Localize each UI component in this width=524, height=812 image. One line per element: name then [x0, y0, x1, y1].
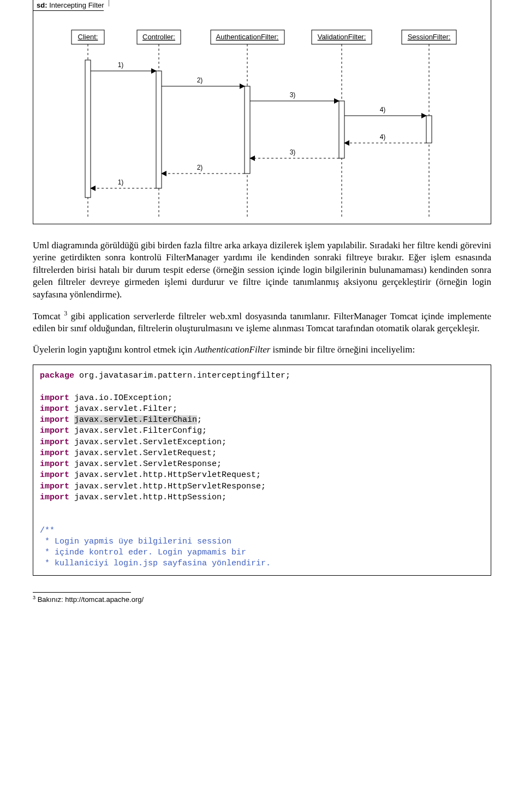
- sd-title-tab: sd: Intercepting Filter: [33, 0, 109, 11]
- activation-validationfilter: [339, 101, 344, 158]
- svg-text:SessionFilter:: SessionFilter:: [408, 33, 451, 41]
- activation-controller: [156, 71, 162, 188]
- activation-client: [85, 60, 91, 198]
- msg-2-forward: 2): [162, 76, 245, 86]
- svg-text:3): 3): [290, 91, 296, 99]
- msg-3-return: 3): [250, 148, 339, 158]
- msg-3-forward: 3): [250, 91, 339, 101]
- sd-title: Intercepting Filter: [49, 1, 104, 9]
- sequence-diagram-frame: sd: Intercepting Filter Client: Controll…: [33, 0, 491, 224]
- paragraph-3: Üyelerin login yaptığını kontrol etmek i…: [33, 344, 491, 356]
- activation-authfilter: [245, 86, 250, 174]
- footnote-separator: [33, 592, 131, 593]
- svg-text:Client:: Client:: [78, 33, 98, 41]
- msg-2-return: 2): [162, 164, 245, 174]
- msg-4-return: 4): [344, 133, 426, 143]
- activation-sessionfilter: [426, 116, 432, 143]
- code-listing: package org.javatasarim.pattern.intercep…: [33, 365, 491, 576]
- svg-text:ValidationFilter:: ValidationFilter:: [318, 33, 366, 41]
- sequence-diagram-svg: Client: Controller: AuthenticationFilter…: [33, 0, 491, 223]
- svg-text:Controller:: Controller:: [142, 33, 175, 41]
- footnote-3: 3 Bakınız: http://tomcat.apache.org/: [33, 595, 491, 604]
- svg-text:3): 3): [290, 148, 296, 156]
- msg-1-return: 1): [91, 178, 156, 188]
- svg-text:1): 1): [118, 61, 124, 69]
- svg-text:AuthenticationFilter:: AuthenticationFilter:: [216, 33, 279, 41]
- filter-name-italic: AuthenticationFilter: [195, 344, 271, 355]
- svg-text:2): 2): [197, 76, 203, 84]
- svg-text:4): 4): [380, 133, 386, 141]
- sd-prefix: sd:: [37, 1, 47, 9]
- svg-text:1): 1): [118, 178, 124, 186]
- msg-1-forward: 1): [91, 61, 156, 71]
- paragraph-2: Tomcat 3 gibi application serverlerde fi…: [33, 309, 491, 335]
- msg-4-forward: 4): [344, 106, 426, 116]
- svg-text:2): 2): [197, 164, 203, 171]
- svg-text:4): 4): [380, 106, 386, 114]
- paragraph-1: Uml diagramında görüldüğü gibi birden fa…: [33, 240, 491, 301]
